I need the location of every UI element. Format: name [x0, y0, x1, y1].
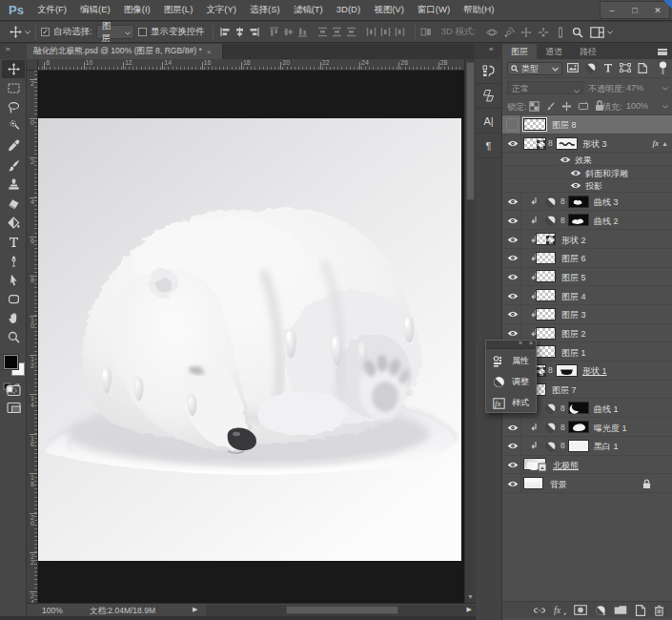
tool-lasso[interactable] [2, 98, 25, 116]
tool-move[interactable] [2, 60, 25, 78]
new-group-icon[interactable] [614, 605, 627, 615]
visibility-eye-icon[interactable] [570, 181, 581, 192]
fill-value[interactable]: 100% [626, 101, 648, 111]
effects-label[interactable]: 效果 [575, 155, 592, 167]
layer-mask-thumbnail[interactable] [568, 402, 589, 414]
visibility-eye-icon[interactable] [507, 236, 519, 246]
filter-kind-smartobject-icon[interactable] [638, 63, 647, 73]
tool-marquee[interactable] [2, 79, 25, 97]
filter-kind-image-icon[interactable] [567, 63, 579, 72]
workspace-chevron-icon[interactable] [607, 31, 613, 34]
flyout-close-icon[interactable]: × [529, 340, 533, 346]
effect-name[interactable]: 投影 [585, 180, 602, 193]
tool-eyedropper[interactable] [2, 136, 25, 155]
tool-brush[interactable] [2, 156, 25, 175]
3d-orbit-icon[interactable] [486, 27, 498, 38]
layer-row-17[interactable]: 8曝光度 1 [502, 418, 672, 437]
tool-preset-chevron-icon[interactable] [25, 31, 31, 34]
filter-kind-shape-icon[interactable] [620, 63, 631, 72]
layer-name[interactable]: 曲线 2 [594, 216, 619, 228]
filter-toggle-icon[interactable] [659, 61, 667, 77]
layer-thumbnail[interactable] [523, 137, 546, 150]
layer-name[interactable]: 曝光度 1 [594, 423, 627, 435]
layer-mask-thumbnail[interactable] [568, 214, 589, 226]
minimize-button[interactable]: – [601, 2, 623, 18]
link-layers-icon[interactable] [533, 606, 546, 615]
3d-scale-icon[interactable] [555, 27, 566, 38]
layer-name[interactable]: 图层 1 [561, 347, 586, 360]
menu-4[interactable]: 文字(Y) [206, 4, 236, 16]
screen-mode-button[interactable] [2, 399, 25, 417]
document-tab[interactable]: 融化的北极熊.psd @ 100% (图层 8, RGB/8#) * × [27, 44, 223, 59]
tool-shape[interactable] [2, 290, 25, 308]
visibility-eye-icon[interactable] [507, 217, 519, 227]
distribute-left-icon[interactable] [366, 27, 377, 37]
panel-tab-1[interactable]: 通道 [537, 44, 571, 59]
fill-dropdown-icon[interactable] [662, 101, 668, 111]
menu-3[interactable]: 图层(L) [164, 4, 193, 16]
zoom-level[interactable]: 100% [42, 606, 63, 615]
visibility-eye-icon[interactable] [507, 139, 519, 150]
layer-mask-thumbnail[interactable] [568, 196, 589, 208]
horizontal-scrollbar[interactable] [206, 605, 480, 616]
layer-name[interactable]: 北极熊 [553, 460, 579, 472]
visibility-eye-icon[interactable] [507, 424, 519, 434]
3d-roll-icon[interactable] [503, 27, 515, 38]
layer-row-6[interactable]: 8曲线 2 [502, 212, 672, 231]
document-canvas[interactable] [38, 118, 461, 561]
layer-thumbnail[interactable] [536, 308, 556, 320]
fx-badge[interactable]: fx [653, 138, 660, 148]
align-top-icon[interactable] [269, 27, 279, 37]
layer-name[interactable]: 图层 4 [561, 291, 586, 303]
visibility-eye-icon[interactable] [507, 292, 519, 302]
layer-row-5[interactable]: 8曲线 3 [502, 193, 672, 212]
filter-kind-type-icon[interactable] [603, 63, 613, 72]
lock-position-icon[interactable] [561, 101, 572, 112]
panel-tab-2[interactable]: 路径 [571, 44, 605, 59]
status-flyout-icon[interactable]: ▶ [193, 606, 197, 613]
menu-1[interactable]: 编辑(E) [80, 4, 111, 16]
menu-8[interactable]: 视图(V) [374, 4, 404, 16]
vector-mask-thumbnail[interactable] [556, 364, 578, 377]
menu-9[interactable]: 窗口(W) [417, 4, 450, 16]
layer-name[interactable]: 图层 5 [561, 272, 586, 284]
current-tool-icon[interactable] [10, 26, 22, 38]
layer-thumbnail[interactable] [536, 345, 556, 358]
tool-type[interactable] [2, 233, 25, 251]
character-panel-icon[interactable]: A| [476, 109, 501, 134]
flyout-item-styles[interactable]: fx样式 [486, 393, 536, 413]
tool-quick-select[interactable] [2, 117, 25, 135]
tool-pen[interactable] [2, 252, 25, 270]
align-right-icon[interactable] [249, 27, 259, 37]
visibility-eye-icon[interactable] [507, 273, 519, 283]
flyout-item-properties[interactable]: 属性 [486, 351, 536, 371]
vector-mask-thumbnail[interactable] [556, 137, 578, 150]
tool-clone-stamp[interactable] [2, 176, 25, 194]
auto-align-icon[interactable] [420, 27, 432, 37]
horizontal-scrollbar-thumb[interactable] [286, 606, 398, 614]
layer-thumbnail[interactable] [523, 458, 546, 470]
panel-tab-0[interactable]: 图层 [502, 44, 537, 59]
layer-name[interactable]: 黑白 1 [594, 441, 619, 453]
distribute-middle-icon[interactable] [332, 27, 342, 37]
layer-row-1[interactable]: 8形状 3fx▲ [502, 134, 672, 154]
tab-close-icon[interactable]: × [207, 48, 212, 56]
layer-thumbnail[interactable] [536, 252, 556, 264]
actions-panel-icon[interactable] [476, 84, 501, 109]
new-adjustment-icon[interactable] [595, 605, 606, 616]
layer-name[interactable]: 形状 3 [582, 138, 607, 151]
workspace-icon[interactable] [590, 27, 604, 38]
filter-kind-adjustment-icon[interactable] [585, 62, 597, 73]
layer-row-10[interactable]: 图层 4 [502, 286, 672, 305]
opacity-value[interactable]: 47% [626, 83, 643, 93]
flyout-item-adjustments[interactable]: 调整 [486, 372, 536, 392]
tool-hand[interactable] [2, 309, 25, 327]
layer-row-8[interactable]: 图层 6 [502, 249, 672, 268]
quick-mask-button[interactable] [2, 382, 25, 400]
tool-eraser[interactable] [2, 195, 25, 213]
layer-thumbnail[interactable] [536, 289, 556, 301]
search-tool-icon[interactable] [572, 27, 583, 38]
panel-menu-icon[interactable] [658, 49, 667, 55]
layer-row-3[interactable]: 斜面和浮雕 [502, 166, 672, 179]
lock-artboard-icon[interactable] [578, 101, 589, 112]
